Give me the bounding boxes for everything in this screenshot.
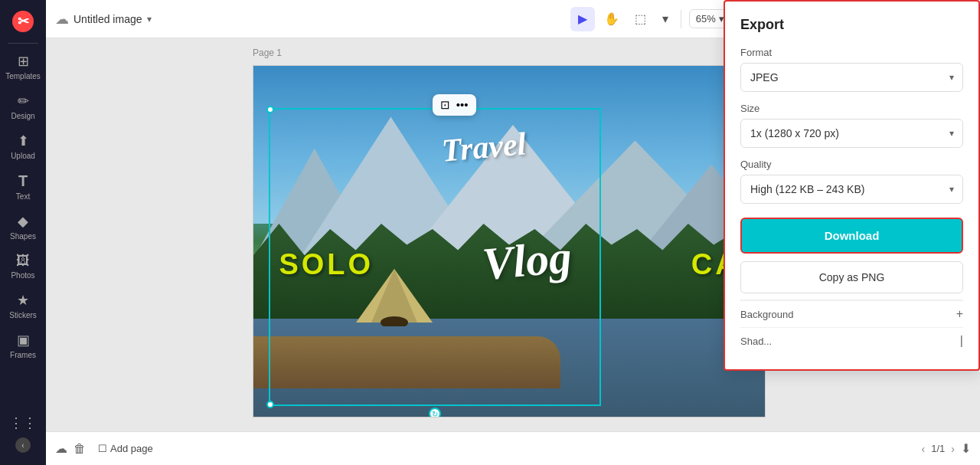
prev-page-button[interactable]: ‹: [922, 443, 926, 455]
format-label: Format: [740, 47, 963, 58]
title-area: ☁ Untitled image ▾: [55, 11, 564, 28]
quality-select[interactable]: High (122 KB – 243 KB) Medium Low: [740, 175, 963, 204]
sidebar-item-photos[interactable]: 🖼 Photos: [0, 247, 46, 286]
design-icon: ✏: [18, 93, 29, 110]
zoom-level: 65%: [696, 13, 716, 25]
export-panel: Export Format JPEG PNG PDF SVG ▾ Size 1x…: [724, 0, 980, 371]
right-panel-extras: Background + Shad... |: [740, 300, 963, 354]
sidebar-item-photos-label: Photos: [11, 271, 34, 280]
crop-icon[interactable]: ⊡: [440, 98, 450, 112]
shadow-toggle-icon[interactable]: |: [960, 334, 963, 348]
svg-text:✂: ✂: [18, 14, 30, 29]
download-button[interactable]: Download: [740, 218, 963, 254]
save-to-cloud-icon[interactable]: ☁: [55, 441, 67, 456]
ground-area: [253, 336, 560, 389]
quality-select-wrapper: High (122 KB – 243 KB) Medium Low ▾: [740, 175, 963, 204]
sidebar-item-frames-label: Frames: [10, 351, 36, 359]
travel-text: Travel: [440, 126, 528, 169]
page-label: Page 1: [253, 47, 282, 58]
sidebar-item-templates-label: Templates: [5, 72, 41, 80]
sidebar-item-design-label: Design: [11, 112, 34, 120]
add-page-label: Add page: [110, 443, 153, 454]
float-toolbar: ⊡ •••: [433, 94, 476, 116]
sidebar-item-stickers-label: Stickers: [9, 311, 37, 319]
hand-tool-button[interactable]: ✋: [599, 7, 624, 31]
size-field: Size 1x (1280 x 720 px) 2x (2560 x 1440 …: [740, 103, 963, 148]
canvas-image: Travel Vlog SOLO CA: [253, 66, 765, 417]
sidebar-item-shapes-label: Shapes: [10, 232, 36, 241]
sidebar-item-stickers[interactable]: ★ Stickers: [0, 286, 46, 326]
format-field: Format JPEG PNG PDF SVG ▾: [740, 47, 963, 92]
vlog-text: Vlog: [480, 231, 573, 291]
quality-label: Quality: [740, 159, 963, 170]
canvas-wrapper[interactable]: Travel Vlog SOLO CA ↻ ⊡ •••: [253, 65, 766, 418]
background-section: Background +: [740, 300, 963, 327]
sidebar-item-upload-label: Upload: [11, 152, 35, 160]
frame-tool-button[interactable]: ⬚: [629, 7, 653, 31]
download-icon[interactable]: ⬇: [961, 441, 971, 456]
shadow-section: Shad... |: [740, 327, 963, 354]
apps-icon: ⋮⋮: [9, 414, 37, 431]
sidebar-bottom: ⋮⋮ ‹: [0, 408, 46, 459]
page-navigation: ‹ 1/1 › ⬇: [922, 441, 971, 456]
sidebar-item-apps[interactable]: ⋮⋮: [0, 408, 46, 437]
size-label: Size: [740, 103, 963, 114]
title-dropdown-icon[interactable]: ▾: [147, 14, 152, 25]
copy-as-png-button[interactable]: Copy as PNG: [740, 261, 963, 293]
background-label: Background: [740, 309, 793, 320]
sidebar-collapse-button[interactable]: ‹: [15, 437, 31, 453]
text-icon: T: [18, 172, 28, 190]
format-select[interactable]: JPEG PNG PDF SVG: [740, 63, 963, 92]
sidebar-item-upload[interactable]: ⬆ Upload: [0, 126, 46, 166]
upload-icon: ⬆: [18, 133, 29, 149]
app-logo[interactable]: ✂: [8, 6, 38, 37]
photos-icon: 🖼: [16, 253, 30, 269]
document-title[interactable]: Untitled image: [74, 13, 142, 25]
bottom-bar: ☁ 🗑 ☐ Add page ‹ 1/1 › ⬇: [46, 431, 980, 465]
size-select[interactable]: 1x (1280 x 720 px) 2x (2560 x 1440 px): [740, 119, 963, 148]
background-add-icon[interactable]: +: [956, 307, 963, 321]
left-sidebar: ✂ ⊞ Templates ✏ Design ⬆ Upload T Text ◆…: [0, 0, 46, 465]
sidebar-item-design[interactable]: ✏ Design: [0, 87, 46, 126]
quality-field: Quality High (122 KB – 243 KB) Medium Lo…: [740, 159, 963, 204]
sidebar-item-shapes[interactable]: ◆ Shapes: [0, 207, 46, 247]
frames-icon: ▣: [17, 332, 30, 349]
toolbar-divider: [681, 10, 681, 28]
export-panel-title: Export: [740, 17, 963, 33]
solo-text: SOLO: [279, 248, 374, 281]
page-count: 1/1: [931, 443, 945, 454]
frame-options-button[interactable]: ▾: [658, 7, 673, 31]
sidebar-divider-top: [8, 43, 38, 44]
format-select-wrapper: JPEG PNG PDF SVG ▾: [740, 63, 963, 92]
sidebar-item-text-label: Text: [16, 192, 30, 201]
size-select-wrapper: 1x (1280 x 720 px) 2x (2560 x 1440 px) ▾: [740, 119, 963, 148]
sidebar-item-templates[interactable]: ⊞ Templates: [0, 47, 46, 87]
templates-icon: ⊞: [18, 53, 29, 70]
shadow-label: Shad...: [740, 336, 772, 347]
select-tool-button[interactable]: ▶: [570, 7, 595, 31]
cloud-save-icon: ☁: [55, 11, 69, 28]
sidebar-item-frames[interactable]: ▣ Frames: [0, 326, 46, 365]
next-page-button[interactable]: ›: [951, 443, 955, 455]
add-page-button[interactable]: ☐ Add page: [92, 440, 159, 457]
more-options-icon[interactable]: •••: [456, 98, 469, 111]
delete-icon[interactable]: 🗑: [74, 442, 86, 456]
chevron-left-icon: ‹: [21, 441, 24, 450]
stickers-icon: ★: [17, 292, 29, 309]
sidebar-item-text[interactable]: T Text: [0, 166, 46, 207]
add-page-plus-icon: ☐: [98, 443, 107, 454]
shapes-icon: ◆: [18, 213, 28, 230]
